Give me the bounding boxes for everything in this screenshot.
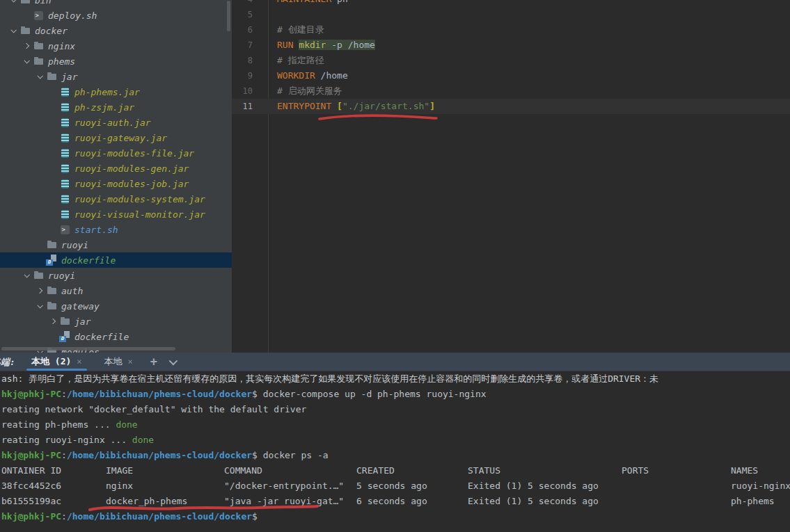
ps-cell: nginx	[106, 478, 133, 494]
folder-icon	[19, 25, 31, 36]
tree-item-ruoyi-modules-gen.jar[interactable]: ruoyi-modules-gen.jar	[0, 161, 232, 176]
tree-horizontal-scrollbar[interactable]	[1, 347, 175, 350]
tree-item-gateway[interactable]: gateway	[0, 298, 232, 314]
code-text: RUN mkdir -p /home	[277, 38, 375, 53]
terminal-tab-1[interactable]: 本地 (2)×	[25, 353, 88, 371]
code-text: # 指定路径	[277, 53, 324, 68]
tree-item-ruoyi-modules-job.jar[interactable]: ruoyi-modules-job.jar	[0, 176, 232, 191]
chevron-right-icon[interactable]	[47, 315, 59, 328]
tree-item-docker[interactable]: docker	[0, 23, 232, 38]
tree-vertical-scrollbar[interactable]	[227, 1, 230, 31]
tree-item-ruoyi-modules-file.jar[interactable]: ruoyi-modules-file.jar	[0, 145, 232, 161]
chevron-down-icon[interactable]	[20, 269, 33, 282]
indent-spacer	[20, 9, 33, 22]
tree-item-ruoyi-visual-monitor.jar[interactable]: ruoyi-visual-monitor.jar	[0, 207, 232, 222]
project-tree-panel[interactable]: bin>deploy.shdockernginxphemsjarph-phems…	[0, 0, 232, 353]
editor-line-10[interactable]: 10# 启动网关服务	[232, 83, 790, 99]
code-editor[interactable]: 4MAINTAINER ph56# 创建目录7RUN mkdir -p /hom…	[232, 0, 790, 353]
tree-item-bin[interactable]: bin	[0, 0, 232, 8]
terminal-line: reating network "docker_default" with th…	[0, 402, 790, 417]
tree-item-nginx[interactable]: nginx	[0, 38, 232, 54]
tree-item-dockerfile[interactable]: Ddockerfile	[0, 252, 232, 268]
folder-icon	[33, 40, 44, 51]
chevron-down-icon[interactable]	[20, 55, 33, 67]
ide-window: bin>deploy.shdockernginxphemsjarph-phems…	[0, 0, 790, 532]
tree-item-auth[interactable]: auth	[0, 283, 232, 298]
terminal-panel-label: 终端:	[0, 353, 15, 371]
editor-line-7[interactable]: 7RUN mkdir -p /home	[232, 38, 790, 53]
indent-spacer	[47, 131, 59, 144]
terminal-table-row: ONTAINER IDIMAGECOMMANDCREATEDSTATUSPORT…	[0, 463, 790, 478]
tree-item-ruoyi[interactable]: ruoyi	[0, 237, 232, 252]
indent-spacer	[47, 330, 59, 343]
editor-line-8[interactable]: 8# 指定路径	[232, 53, 790, 68]
tree-item-label: ruoyi-auth.jar	[74, 118, 151, 128]
editor-line-9[interactable]: 9WORKDIR /home	[232, 68, 790, 83]
terminal-tab-2[interactable]: 本地×	[98, 353, 139, 371]
tree-item-ph-phems.jar[interactable]: ph-phems.jar	[0, 84, 232, 99]
tree-item-label: ruoyi-visual-monitor.jar	[74, 209, 205, 220]
terminal-line: reating ruoyi-nginx ... done	[0, 433, 790, 448]
chevron-right-icon[interactable]	[33, 284, 46, 297]
ps-cell: ph-phems	[731, 494, 775, 509]
tree-item-label: ruoyi-modules-job.jar	[74, 179, 189, 189]
tree-item-phems[interactable]: phems	[0, 54, 232, 69]
ps-cell: 38fcc4452c6	[1, 478, 61, 494]
indent-spacer	[47, 101, 59, 113]
chevron-down-icon[interactable]	[166, 355, 178, 368]
tree-item-label: start.sh	[74, 225, 118, 235]
folder-icon	[19, 0, 31, 6]
tree-item-start.sh[interactable]: >start.sh	[0, 222, 232, 237]
terminal-line: hkj@phkj-PC:/home/bibichuan/phems-cloud/…	[0, 387, 790, 402]
indent-spacer	[47, 86, 59, 98]
tree-item-ph-zsjm.jar[interactable]: ph-zsjm.jar	[0, 99, 232, 115]
jar-icon	[59, 102, 70, 113]
indent-spacer	[47, 223, 59, 236]
ps-column-header: COMMAND	[224, 463, 262, 478]
indent-spacer	[47, 208, 59, 220]
ps-column-header: ONTAINER ID	[1, 463, 61, 478]
terminal-panel[interactable]: 终端: 本地 (2)×本地× + ash: 弄明白了，是因为共享卷在宿主机还留有…	[0, 353, 790, 532]
new-terminal-tab-button[interactable]: +	[150, 353, 157, 371]
editor-line-11[interactable]: 11ENTRYPOINT ["./jar/start.sh"]	[232, 99, 790, 114]
indent-spacer	[47, 147, 59, 159]
folder-icon	[46, 239, 57, 250]
tree-item-deploy.sh[interactable]: >deploy.sh	[0, 8, 232, 23]
close-tab-icon[interactable]: ×	[77, 357, 81, 366]
code-text: ENTRYPOINT ["./jar/start.sh"]	[277, 99, 435, 114]
jar-icon	[59, 209, 70, 220]
chevron-down-icon[interactable]	[7, 24, 19, 37]
docker-icon: D	[46, 255, 57, 266]
tree-item-ruoyi-auth.jar[interactable]: ruoyi-auth.jar	[0, 115, 232, 130]
ps-column-header: IMAGE	[106, 463, 133, 478]
indent-spacer	[47, 193, 59, 205]
terminal-tabs: 本地 (2)×本地×	[25, 353, 139, 371]
chevron-down-icon[interactable]	[33, 300, 46, 312]
folder-icon	[46, 300, 57, 312]
editor-line-5[interactable]: 5	[232, 7, 790, 22]
tree-item-jar[interactable]: jar	[0, 314, 232, 329]
ps-column-header: PORTS	[622, 463, 649, 478]
close-tab-icon[interactable]: ×	[128, 357, 133, 366]
tree-item-label: docker	[34, 26, 68, 36]
tree-item-ruoyi[interactable]: ruoyi	[0, 268, 232, 283]
chevron-right-icon[interactable]	[20, 40, 33, 52]
tree-item-label: ph-zsjm.jar	[74, 102, 134, 113]
ps-column-header: NAMES	[731, 463, 758, 478]
jar-icon	[59, 193, 70, 204]
tree-item-dockerfile[interactable]: Ddockerfile	[0, 329, 232, 344]
chevron-down-icon[interactable]	[7, 0, 19, 6]
code-text: MAINTAINER ph	[277, 0, 348, 7]
editor-line-4[interactable]: 4MAINTAINER ph	[232, 0, 790, 7]
docker-icon: D	[59, 331, 70, 342]
terminal-output[interactable]: ash: 弄明白了，是因为共享卷在宿主机还留有缓存的原因，其实每次构建完了如果发…	[0, 371, 790, 532]
indent-spacer	[47, 162, 59, 175]
tree-item-label: phems	[47, 56, 75, 67]
line-number: 6	[232, 22, 253, 38]
tree-item-ruoyi-modules-system.jar[interactable]: ruoyi-modules-system.jar	[0, 191, 232, 207]
tree-item-jar[interactable]: jar	[0, 69, 232, 84]
tree-item-label: ruoyi-modules-gen.jar	[74, 163, 189, 174]
editor-line-6[interactable]: 6# 创建目录	[232, 22, 790, 38]
chevron-down-icon[interactable]	[33, 70, 46, 83]
tree-item-ruoyi-gateway.jar[interactable]: ruoyi-gateway.jar	[0, 130, 232, 145]
